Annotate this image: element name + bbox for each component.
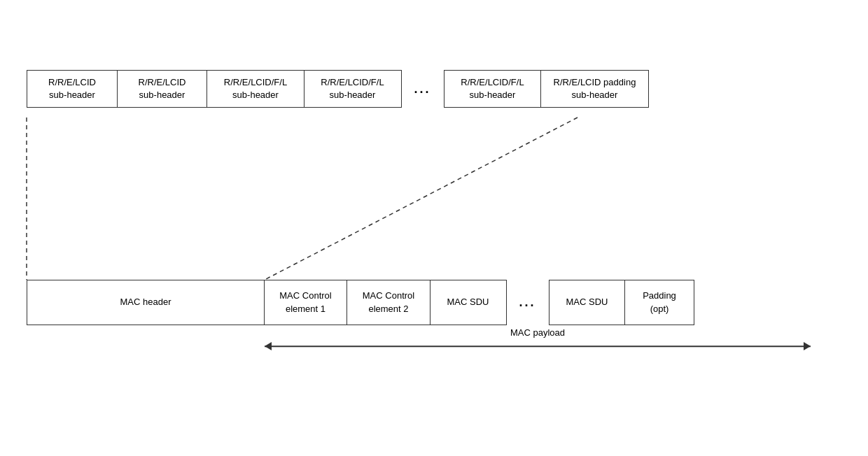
top-row: R/R/E/LCID sub-header R/R/E/LCID sub-hea… — [27, 70, 649, 108]
arrow-shaft — [265, 345, 811, 347]
svg-line-1 — [265, 117, 578, 280]
bottom-row: MAC header MAC Control element 1 MAC Con… — [27, 280, 694, 325]
arrow-right-head — [804, 342, 811, 350]
sub-header-3: R/R/E/LCID/F/L sub-header — [206, 70, 304, 108]
sub-header-5: R/R/E/LCID/F/L sub-header — [444, 70, 542, 108]
mac-padding-box: Padding (opt) — [624, 280, 694, 325]
payload-area: MAC payload — [265, 327, 811, 352]
bottom-dots: ... — [507, 280, 549, 325]
arrow-left-head — [265, 342, 272, 350]
sub-header-1: R/R/E/LCID sub-header — [27, 70, 118, 108]
mac-sdu1-box: MAC SDU — [430, 280, 507, 325]
payload-arrow — [265, 341, 811, 352]
sub-header-4: R/R/E/LCID/F/L sub-header — [304, 70, 402, 108]
top-dots: ... — [402, 70, 444, 108]
mac-ce1-box: MAC Control element 1 — [264, 280, 348, 325]
diagram-container: R/R/E/LCID sub-header R/R/E/LCID sub-hea… — [0, 0, 868, 456]
mac-ce2-box: MAC Control element 2 — [346, 280, 430, 325]
mac-sdu2-box: MAC SDU — [549, 280, 626, 325]
payload-label: MAC payload — [510, 327, 565, 338]
connection-lines — [0, 0, 868, 456]
sub-header-2: R/R/E/LCID sub-header — [117, 70, 208, 108]
sub-header-6: R/R/E/LCID padding sub-header — [540, 70, 649, 108]
mac-header-box: MAC header — [27, 280, 265, 325]
